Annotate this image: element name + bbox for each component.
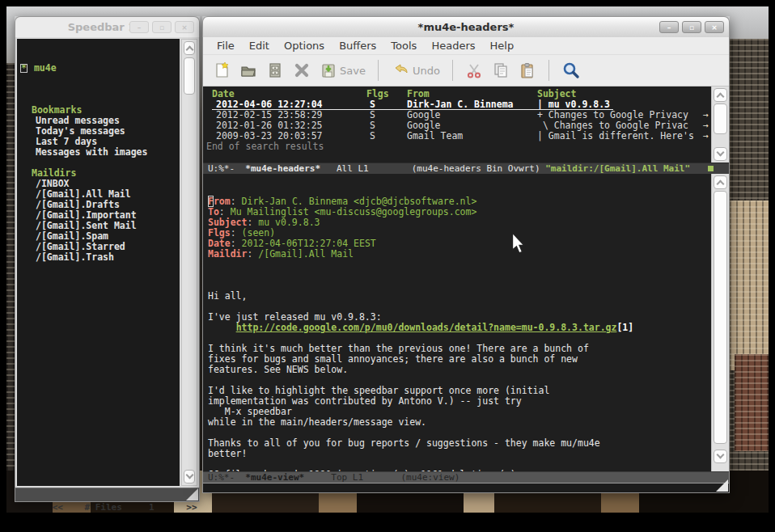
speedbar-modeline-text: << # Files 1 >> (53, 502, 197, 513)
copy-button[interactable] (492, 61, 510, 79)
message-body: Hi all, I've just released mu v0.9.8.3: … (208, 281, 711, 471)
body-line (208, 281, 711, 291)
modeline-segment: All L1 (mu4e-headers Bin Ovwrt) (320, 163, 545, 174)
menu-item-help[interactable]: Help (483, 40, 522, 52)
emacs-titlebar[interactable]: *mu4e-headers* – ▫ × (202, 16, 730, 37)
message-view: From: Dirk-Jan C. Binnema <djcb@djcbsoft… (203, 174, 711, 471)
cut-icon (465, 61, 483, 79)
modeline-segment: *mu4e-headers* (245, 163, 320, 174)
resize-grip[interactable] (186, 488, 198, 500)
truncation-arrow-icon: → (703, 131, 709, 141)
headers-pane: Date Flgs From Subject 2012-04-06 12:27:… (203, 87, 729, 163)
headers-scrollbar[interactable] (711, 87, 729, 163)
toolbar-separator (452, 60, 453, 81)
scroll-up-icon[interactable] (184, 41, 195, 55)
minimize-icon[interactable]: – (659, 21, 679, 33)
cut-button[interactable] (465, 61, 483, 79)
menu-item-options[interactable]: Options (277, 40, 332, 52)
field-label: To (208, 206, 219, 217)
file-cabinet-icon (266, 61, 284, 79)
field-colon: : (247, 217, 258, 228)
scrollbar-thumb[interactable] (184, 57, 195, 95)
text-cursor: F (208, 196, 214, 207)
open-folder-button[interactable] (239, 61, 257, 79)
close-buffer-button[interactable] (293, 61, 311, 79)
speedbar-item[interactable]: /[Gmail].Trash (20, 252, 180, 263)
scroll-up-icon[interactable] (714, 88, 727, 102)
field-colon: : (219, 206, 231, 217)
emacs-title: *mu4e-headers* (418, 21, 515, 33)
scroll-down-icon[interactable] (714, 147, 727, 161)
building (735, 354, 769, 451)
resize-grip[interactable] (716, 479, 728, 492)
undo-label: Undo (413, 65, 440, 77)
building (723, 201, 769, 370)
paste-button[interactable] (519, 61, 536, 79)
field-label: Date (208, 238, 231, 249)
message-cell: 2009-03-23 20:03:57 (216, 131, 366, 141)
emacs-window: *mu4e-headers* – ▫ × File Edit Options B… (202, 16, 730, 493)
menu-item-buffers[interactable]: Buffers (332, 40, 383, 52)
body-line: while in the main/headers/message view. (208, 417, 711, 428)
modeline-indicator (708, 166, 714, 171)
menu-item-tools[interactable]: Tools (383, 40, 424, 52)
close-icon[interactable]: × (705, 21, 724, 33)
field-value: 2012-04-06T12:27:04 EEST (242, 238, 376, 249)
close-icon[interactable]: × (175, 21, 194, 33)
field-colon: : (231, 238, 242, 249)
desktop: Speedbar 1.0 – ▫ × * mu4e BookmarksUnrea… (0, 0, 775, 532)
save-icon (320, 61, 337, 79)
speedbar-root-line[interactable]: * mu4e (20, 63, 180, 74)
menu-item-file[interactable]: File (210, 40, 242, 52)
headers-modeline: U:%*- *mu4e-headers* All L1 (mu4e-header… (203, 163, 729, 174)
undo-button[interactable]: Undo (391, 61, 440, 79)
file-cabinet-button[interactable] (266, 61, 284, 79)
message-cell: | Gmail is different. Here's (537, 131, 711, 141)
message-rows: 2012-04-06 12:27:04SDirk-Jan C. Binnema|… (203, 99, 711, 141)
scroll-down-icon[interactable] (184, 470, 195, 483)
save-label: Save (340, 65, 366, 77)
speedbar-titlebar[interactable]: Speedbar 1.0 – ▫ × (15, 16, 200, 37)
body-line: features. See NEWS below. (208, 365, 711, 375)
message-row[interactable]: 2009-03-23 20:03:57SGmail Team| Gmail is… (203, 131, 711, 141)
echo-area (203, 483, 729, 492)
view-scrollbar[interactable] (711, 174, 729, 471)
field-label: Flgs (208, 227, 231, 239)
toolbar-separator (378, 60, 379, 81)
copy-icon (492, 61, 510, 79)
end-of-results: End of search results (203, 141, 711, 152)
new-file-icon (213, 61, 231, 79)
menu-item-headers[interactable]: Headers (424, 40, 482, 52)
speedbar-item[interactable]: Messages with images (20, 147, 180, 158)
link-ref: [1] (616, 322, 633, 333)
toolbar: Save Undo (203, 55, 729, 87)
paste-icon (519, 61, 536, 79)
field-value: mu v0.9.8.3 (258, 217, 320, 228)
field-label: Subject (208, 217, 247, 228)
minimize-icon[interactable]: – (129, 21, 149, 33)
view-modeline: U:%*- *mu4e-view* Top L1 (mu4e:view) (203, 471, 729, 483)
message-link[interactable]: http://code.google.com/p/mu0/downloads/d… (236, 322, 617, 333)
message-header-field: Subject: mu v0.9.8.3 (208, 217, 711, 228)
emacs-frame: File Edit Options Buffers Tools Headers … (202, 37, 730, 493)
body-line: http://code.google.com/p/mu0/downloads/d… (208, 323, 711, 333)
modeline-segment: U:%*- (208, 163, 245, 174)
field-value: Mu Mailinglist <mu-discuss@googlegroups.… (231, 206, 477, 217)
search-button[interactable] (561, 61, 581, 80)
field-label: Maildir (208, 248, 247, 260)
modeline-segment: "maildir:/[Gmail].All Mail" (545, 163, 690, 174)
maximize-icon[interactable]: ▫ (682, 21, 701, 33)
modeline-segment: *mu4e-view* (245, 472, 304, 483)
scrollbar-thumb[interactable] (714, 103, 727, 134)
scroll-down-icon[interactable] (714, 450, 727, 463)
save-button[interactable]: Save (320, 61, 366, 79)
speedbar-scrollbar[interactable] (181, 39, 197, 486)
speedbar-body: * mu4e BookmarksUnread messagesToday's m… (15, 37, 200, 488)
speedbar-modeline: << # Files 1 >> (15, 488, 200, 502)
menu-item-edit[interactable]: Edit (242, 40, 277, 52)
scroll-up-icon[interactable] (714, 175, 727, 189)
maximize-icon[interactable]: ▫ (152, 21, 172, 33)
field-value: Dirk-Jan C. Binnema <djcb@djcbsoftware.n… (242, 196, 477, 207)
new-file-button[interactable] (213, 61, 231, 79)
scrollbar-thumb[interactable] (714, 191, 727, 444)
